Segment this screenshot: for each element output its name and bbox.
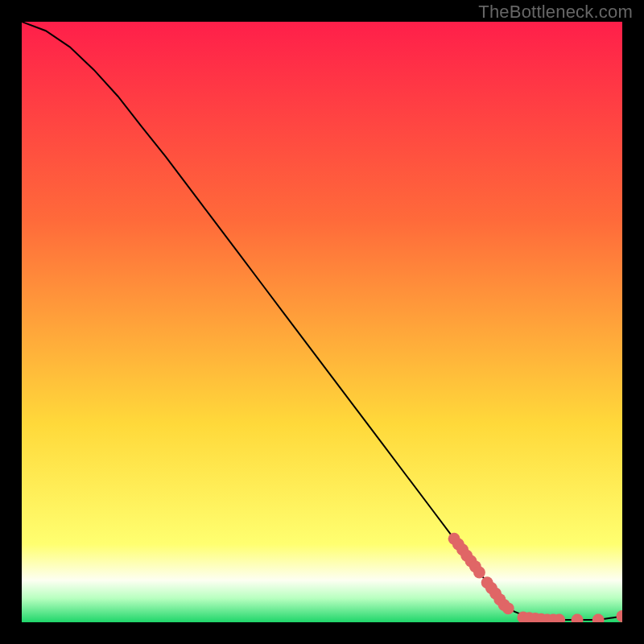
plot-background	[22, 22, 622, 622]
plot-area	[22, 22, 622, 622]
chart-svg	[22, 22, 622, 622]
data-marker	[473, 567, 485, 579]
data-marker	[502, 602, 514, 614]
watermark-label: TheBottleneck.com	[478, 2, 633, 23]
chart-frame: TheBottleneck.com	[0, 0, 644, 644]
